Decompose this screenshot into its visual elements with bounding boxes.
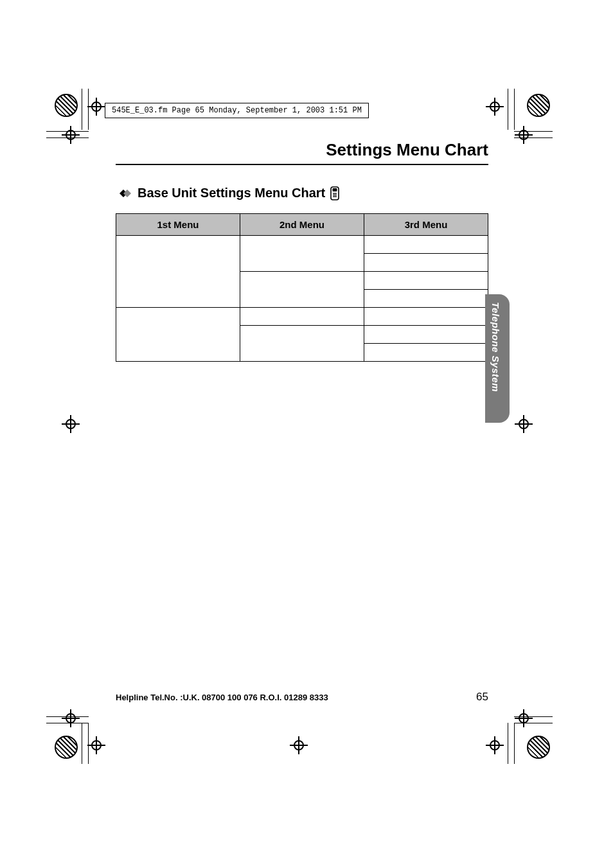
registration-mark-icon	[527, 736, 550, 759]
col-header-3: 3rd Menu	[364, 214, 488, 236]
svg-marker-1	[123, 190, 131, 197]
crosshair-icon	[90, 739, 103, 752]
table-row	[116, 236, 488, 254]
subsection-title: Base Unit Settings Menu Chart	[138, 186, 325, 200]
registration-mark-icon	[527, 94, 550, 117]
crosshair-icon	[64, 712, 77, 725]
crosshair-icon	[488, 100, 501, 113]
col-header-1: 1st Menu	[116, 214, 240, 236]
diamond-bullet-icon	[116, 188, 132, 199]
page-title: Settings Menu Chart	[116, 140, 488, 165]
page-number: 65	[476, 691, 488, 704]
svg-point-11	[334, 196, 335, 197]
svg-point-5	[334, 193, 335, 194]
col-header-2: 2nd Menu	[240, 214, 364, 236]
crosshair-icon	[517, 418, 530, 430]
svg-point-12	[335, 196, 337, 197]
crosshair-icon	[64, 128, 77, 141]
manual-page: 545E_E_03.fm Page 65 Monday, September 1…	[0, 0, 613, 868]
fm-header-tag: 545E_E_03.fm Page 65 Monday, September 1…	[105, 103, 369, 118]
menu-chart-table: 1st Menu 2nd Menu 3rd Menu	[116, 213, 488, 362]
svg-point-10	[333, 196, 334, 197]
registration-mark-icon	[55, 94, 78, 117]
header-leader-line	[88, 107, 105, 107]
subsection-heading: Base Unit Settings Menu Chart	[116, 186, 488, 200]
crosshair-icon	[517, 128, 530, 141]
crosshair-icon	[517, 712, 530, 725]
svg-point-4	[333, 193, 334, 194]
helpline-text: Helpline Tel.No. :U.K. 08700 100 076 R.O…	[116, 693, 328, 702]
crosshair-icon	[292, 739, 305, 752]
phone-icon	[330, 186, 339, 200]
table-header-row: 1st Menu 2nd Menu 3rd Menu	[116, 214, 488, 236]
crosshair-icon	[488, 739, 501, 752]
registration-mark-icon	[55, 736, 78, 759]
page-content: Settings Menu Chart Base Unit Settings M…	[116, 140, 488, 362]
table-row	[116, 308, 488, 326]
svg-point-8	[334, 194, 335, 195]
section-tab-label: Telephone System	[490, 302, 501, 392]
crosshair-icon	[64, 418, 77, 430]
section-tab: Telephone System	[485, 294, 510, 423]
page-footer: Helpline Tel.No. :U.K. 08700 100 076 R.O…	[116, 691, 488, 704]
svg-point-9	[335, 194, 337, 195]
svg-rect-3	[333, 188, 337, 191]
svg-point-6	[335, 193, 337, 194]
svg-point-7	[333, 194, 334, 195]
